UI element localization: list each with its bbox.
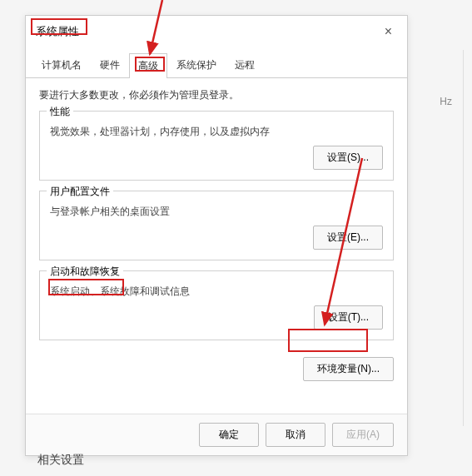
startup-recovery-title: 启动和故障恢复 [47,265,123,279]
titlebar: 系统属性 × [26,16,407,47]
startup-recovery-settings-button[interactable]: 设置(T)... [314,305,383,330]
tab-hardware[interactable]: 硬件 [91,52,129,77]
dialog-title: 系统属性 [36,24,79,39]
close-button[interactable]: × [380,22,397,41]
performance-settings-button[interactable]: 设置(S)... [313,146,383,170]
tab-content: 要进行大多数更改，你必须作为管理员登录。 性能 视觉效果，处理器计划，内存使用，… [26,78,407,360]
startup-recovery-desc: 系统启动、系统故障和调试信息 [50,285,383,299]
user-profile-settings-button[interactable]: 设置(E)... [313,226,383,250]
environment-variables-button[interactable]: 环境变量(N)... [303,357,394,381]
tab-computer-name[interactable]: 计算机名 [32,52,91,77]
ok-button[interactable]: 确定 [199,423,259,447]
performance-title: 性能 [47,105,73,119]
tab-remote[interactable]: 远程 [226,52,264,77]
performance-desc: 视觉效果，处理器计划，内存使用，以及虚拟内存 [50,125,383,139]
related-settings-label: 相关设置 [37,453,84,468]
dialog-footer: 确定 取消 应用(A) [26,414,407,455]
system-properties-dialog: 系统属性 × 计算机名 硬件 高级 系统保护 远程 要进行大多数更改，你必须作为… [25,15,408,456]
tab-system-protection[interactable]: 系统保护 [167,52,226,77]
admin-instruction: 要进行大多数更改，你必须作为管理员登录。 [39,88,394,102]
user-profile-desc: 与登录帐户相关的桌面设置 [50,205,383,219]
tab-strip: 计算机名 硬件 高级 系统保护 远程 [26,52,407,78]
user-profile-title: 用户配置文件 [47,185,113,199]
startup-recovery-group: 启动和故障恢复 系统启动、系统故障和调试信息 设置(T)... [39,270,394,340]
bg-hz-text: Hz [440,96,452,107]
performance-group: 性能 视觉效果，处理器计划，内存使用，以及虚拟内存 设置(S)... [39,111,394,181]
bg-divider [463,50,464,426]
cancel-button[interactable]: 取消 [266,423,325,447]
tab-advanced[interactable]: 高级 [129,53,167,78]
apply-button[interactable]: 应用(A) [332,423,394,447]
user-profile-group: 用户配置文件 与登录帐户相关的桌面设置 设置(E)... [39,191,394,260]
